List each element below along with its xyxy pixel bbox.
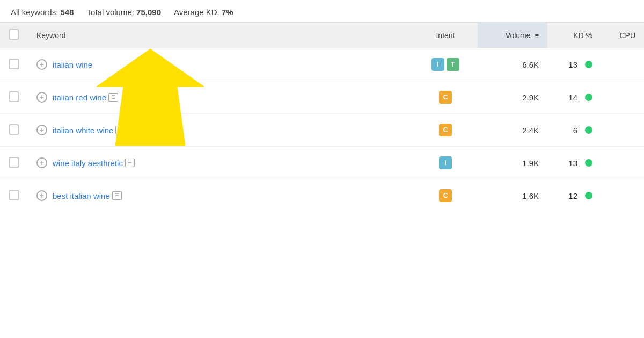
- keyword-cell: +italian white wine☰: [28, 114, 413, 147]
- serp-features-icon[interactable]: ☰: [115, 126, 125, 134]
- volume-sort-icon: ≡: [535, 32, 539, 40]
- kd-indicator-dot: [585, 126, 592, 134]
- row-checkbox-cell: [0, 114, 28, 147]
- kd-value: 12: [568, 191, 577, 200]
- table-row: +italian wineIT6.6K13: [0, 48, 644, 81]
- keyword-link[interactable]: italian white wine: [53, 126, 113, 135]
- add-keyword-icon[interactable]: +: [36, 92, 47, 103]
- kd-value: 13: [568, 60, 577, 69]
- table-row: +italian red wine☰C2.9K14: [0, 81, 644, 114]
- kd-value: 13: [568, 159, 577, 168]
- intent-badge: C: [439, 91, 452, 104]
- intent-cell: I: [413, 147, 478, 179]
- table-wrapper: Keyword Intent Volume ≡ KD % CPU +italia…: [0, 22, 644, 212]
- volume-cell: 1.9K: [478, 147, 547, 179]
- intent-badge: T: [447, 58, 459, 71]
- keyword-link[interactable]: best italian wine: [53, 191, 110, 200]
- kd-value: 6: [573, 126, 577, 135]
- keyword-cell: +wine italy aesthretic☰: [28, 147, 413, 179]
- row-checkbox[interactable]: [9, 91, 19, 102]
- kd-cell: 14: [547, 81, 601, 114]
- avg-kd-stat: Average KD: 7%: [174, 8, 233, 17]
- header-volume[interactable]: Volume ≡: [478, 23, 547, 48]
- keyword-link[interactable]: wine italy aesthretic: [53, 159, 123, 168]
- serp-features-icon[interactable]: ☰: [125, 159, 135, 167]
- row-checkbox-cell: [0, 48, 28, 81]
- intent-badge: I: [431, 58, 444, 71]
- row-checkbox-cell: [0, 147, 28, 179]
- keyword-cell: +italian wine: [28, 48, 413, 81]
- serp-features-icon[interactable]: ☰: [108, 93, 118, 102]
- row-checkbox[interactable]: [9, 124, 19, 135]
- table-row: +wine italy aesthretic☰I1.9K13: [0, 147, 644, 179]
- keywords-table: Keyword Intent Volume ≡ KD % CPU +italia…: [0, 22, 644, 212]
- intent-cell: C: [413, 81, 478, 114]
- kd-cell: 13: [547, 147, 601, 179]
- intent-cell: C: [413, 179, 478, 212]
- volume-cell: 2.4K: [478, 114, 547, 147]
- cpu-cell: [601, 48, 644, 81]
- row-checkbox-cell: [0, 179, 28, 212]
- cpu-cell: [601, 81, 644, 114]
- kd-indicator-dot: [585, 61, 592, 68]
- keyword-cell: +best italian wine☰: [28, 179, 413, 212]
- row-checkbox[interactable]: [9, 59, 19, 69]
- add-keyword-icon[interactable]: +: [36, 157, 47, 168]
- kd-indicator-dot: [585, 192, 592, 199]
- volume-cell: 6.6K: [478, 48, 547, 81]
- row-checkbox[interactable]: [9, 190, 19, 200]
- keyword-link[interactable]: italian wine: [53, 60, 92, 69]
- volume-cell: 1.6K: [478, 179, 547, 212]
- kd-cell: 6: [547, 114, 601, 147]
- row-checkbox-cell: [0, 81, 28, 114]
- intent-badge: I: [439, 156, 452, 169]
- header-keyword: Keyword: [28, 23, 413, 48]
- header-cpu: CPU: [601, 23, 644, 48]
- keyword-cell: +italian red wine☰: [28, 81, 413, 114]
- kd-value: 14: [568, 93, 577, 102]
- serp-features-icon[interactable]: ☰: [112, 191, 122, 200]
- intent-badge: C: [439, 124, 452, 136]
- kd-cell: 13: [547, 48, 601, 81]
- header-kd[interactable]: KD %: [547, 23, 601, 48]
- keyword-link[interactable]: italian red wine: [53, 93, 106, 102]
- kd-cell: 12: [547, 179, 601, 212]
- stats-bar: All keywords: 548 Total volume: 75,090 A…: [0, 0, 644, 22]
- select-all-checkbox[interactable]: [9, 29, 19, 40]
- add-keyword-icon[interactable]: +: [36, 125, 47, 135]
- kd-indicator-dot: [585, 94, 592, 101]
- kd-indicator-dot: [585, 159, 592, 167]
- add-keyword-icon[interactable]: +: [36, 59, 47, 70]
- table-row: +best italian wine☰C1.6K12: [0, 179, 644, 212]
- table-row: +italian white wine☰C2.4K6: [0, 114, 644, 147]
- total-volume-stat: Total volume: 75,090: [87, 8, 161, 17]
- row-checkbox[interactable]: [9, 157, 19, 168]
- header-checkbox-col: [0, 23, 28, 48]
- intent-badge: C: [439, 189, 452, 202]
- cpu-cell: [601, 179, 644, 212]
- volume-cell: 2.9K: [478, 81, 547, 114]
- header-intent: Intent: [413, 23, 478, 48]
- add-keyword-icon[interactable]: +: [36, 190, 47, 201]
- cpu-cell: [601, 114, 644, 147]
- intent-cell: IT: [413, 48, 478, 81]
- intent-cell: C: [413, 114, 478, 147]
- all-keywords-stat: All keywords: 548: [11, 8, 74, 17]
- cpu-cell: [601, 147, 644, 179]
- table-header-row: Keyword Intent Volume ≡ KD % CPU: [0, 23, 644, 48]
